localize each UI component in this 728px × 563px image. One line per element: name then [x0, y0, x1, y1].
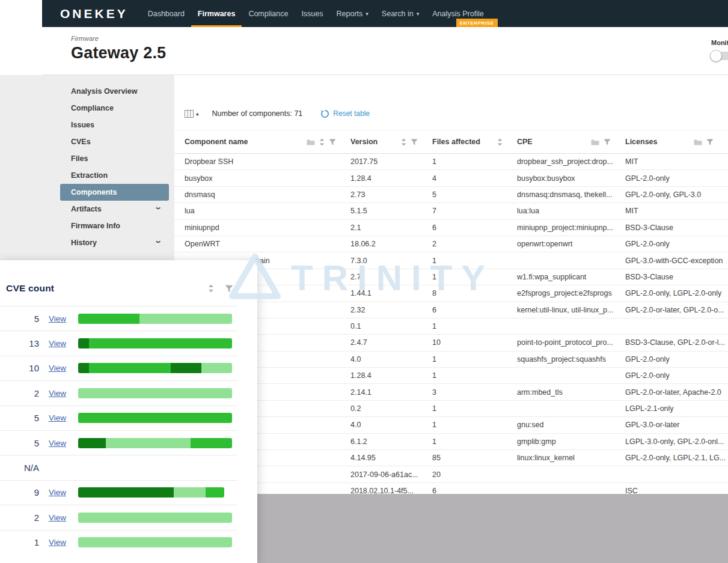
column-header-version: Version — [350, 138, 432, 146]
nav-item-compliance[interactable]: Compliance — [242, 0, 295, 27]
table-row[interactable]: busybox1.28.44busybox:busyboxGPL-2.0-onl… — [174, 170, 728, 186]
cve-view-link[interactable]: View — [49, 513, 70, 522]
filter-icon[interactable] — [604, 139, 611, 145]
filter-icon[interactable] — [329, 139, 336, 145]
cell-component-name: miniupnpd — [185, 224, 350, 232]
sort-icon[interactable] — [319, 138, 325, 146]
table-row[interactable]: 0.11 — [174, 318, 728, 335]
filter-icon[interactable] — [706, 139, 714, 145]
sidebar-item-artifacts[interactable]: Artifacts⌄ — [42, 201, 174, 218]
cve-view-link[interactable]: View — [49, 488, 70, 497]
column-settings-button[interactable]: ▴ — [185, 110, 199, 118]
reset-table-button[interactable]: Reset table — [320, 109, 370, 118]
cve-view-link[interactable]: View — [49, 439, 70, 448]
table-row[interactable]: dnsmasq2.735dnsmasq:dnsmasq, thekell...G… — [174, 187, 728, 203]
nav-item-firmwares[interactable]: Firmwares — [191, 0, 242, 27]
nav-item-analysis-profile[interactable]: Analysis ProfileENTERPRISE — [426, 0, 490, 27]
folder-icon[interactable] — [694, 139, 702, 145]
cell-cpe: w1.fi:wpa_supplicant — [517, 273, 625, 281]
cve-bar-track — [78, 413, 232, 423]
sidebar-item-firmware-info[interactable]: Firmware Info — [42, 218, 174, 234]
table-row[interactable]: Dropbear SSH2017.751dropbear_ssh_project… — [174, 154, 728, 170]
table-row[interactable]: 4.01squashfs_project:squashfsGPL-2.0-onl… — [174, 351, 728, 368]
table-toolbar: ▴ Number of components: 71 Reset table — [185, 107, 728, 120]
chevron-down-icon[interactable]: ⌄ — [154, 237, 162, 245]
cve-count-value: 9 — [6, 487, 39, 498]
sidebar-item-cves[interactable]: CVEs — [42, 133, 174, 150]
cell-cpe: busybox:busybox — [517, 174, 625, 183]
cve-count-value: 1 — [6, 537, 39, 547]
cell-cpe: miniupnp_project:miniupnp... — [517, 224, 625, 232]
table-row[interactable]: hain7.3.01GPL-3.0-with-GCC-exception — [174, 252, 728, 269]
chevron-down-icon[interactable]: ⌄ — [154, 203, 162, 211]
nav-item-issues[interactable]: Issues — [295, 0, 329, 27]
cell-cpe: point-to-point_protocol_pro... — [517, 338, 625, 347]
table-row[interactable]: 6.1.21gmplib:gmpLGPL-3.0-only, GPL-2.0-o… — [174, 434, 728, 450]
table-row[interactable]: 1.44.18e2fsprogs_project:e2fsprogsGPL-2.… — [174, 285, 728, 302]
table-row[interactable]: 0.21LGPL-2.1-only — [174, 401, 728, 417]
cve-view-link[interactable]: View — [49, 538, 70, 547]
sidebar-item-label: Files — [71, 154, 88, 163]
table-row[interactable]: miniupnpd2.16miniupnp_project:miniupnp..… — [174, 220, 728, 236]
cve-count-value: 5 — [6, 413, 39, 423]
table-row[interactable]: 4.01gnu:sedGPL-3.0-or-later — [174, 417, 728, 433]
nav-item-label: Reports — [337, 10, 363, 18]
cell-version: 2.32 — [350, 306, 432, 314]
sort-icon[interactable] — [497, 138, 503, 146]
cve-bar-segment — [78, 438, 106, 448]
cell-licenses: LGPL-3.0-only, GPL-2.0-onl... — [625, 437, 728, 446]
table-row[interactable]: 2.14.13arm:mbed_tlsGPL-2.0-or-later, Apa… — [174, 384, 728, 400]
cve-bar-segment — [139, 314, 232, 324]
sort-icon[interactable] — [401, 138, 406, 146]
cell-licenses: GPL-2.0-only, LGPL-2.1, LG... — [625, 454, 728, 462]
cve-view-link[interactable]: View — [49, 364, 70, 373]
sidebar-item-issues[interactable]: Issues — [42, 117, 174, 133]
folder-icon[interactable] — [591, 139, 599, 145]
cve-count-panel: CVE count 5View13View10View2View5View5Vi… — [0, 260, 257, 563]
cve-view-link[interactable]: View — [49, 339, 70, 348]
sidebar-item-compliance[interactable]: Compliance — [42, 100, 174, 117]
cve-view-link[interactable]: View — [49, 413, 70, 422]
sidebar-item-analysis-overview[interactable]: Analysis Overview — [42, 83, 174, 100]
table-row[interactable]: 1.28.41GPL-2.0-only — [174, 368, 728, 384]
cve-bar-segment — [191, 438, 232, 448]
cve-bar-segment — [78, 338, 89, 348]
table-row[interactable]: 2.326kernel:util-linux, util-linux_p...G… — [174, 302, 728, 318]
sidebar-item-label: Analysis Overview — [71, 87, 137, 96]
cve-view-link[interactable]: View — [49, 389, 70, 398]
sidebar-item-history[interactable]: History⌄ — [42, 234, 174, 251]
nav-item-label: Compliance — [248, 10, 288, 18]
folder-icon[interactable] — [307, 139, 315, 145]
sidebar-item-components[interactable]: Components — [60, 184, 169, 201]
filter-icon[interactable] — [225, 285, 233, 293]
table-row[interactable]: 2.71w1.fi:wpa_supplicantBSD-3-Clause — [174, 269, 728, 285]
onekey-logo[interactable]: ONEKEY — [60, 7, 128, 21]
nav-item-reports[interactable]: Reports▾ — [330, 0, 375, 27]
sidebar-item-extraction[interactable]: Extraction — [42, 167, 174, 184]
nav-item-dashboard[interactable]: Dashboard — [141, 0, 191, 27]
sort-icon[interactable] — [208, 284, 214, 293]
cell-cpe: linux:linux_kernel — [517, 454, 625, 462]
cve-view-link[interactable]: View — [49, 314, 70, 323]
sidebar-item-label: Artifacts — [71, 205, 102, 213]
firmware-header: Firmware Gateway 2.5 Monitoring — [42, 27, 728, 75]
cve-row: 13View — [0, 330, 237, 355]
table-row[interactable]: OpenWRT18.06.22openwrt:openwrtGPL-2.0-on… — [174, 236, 728, 252]
filter-icon[interactable] — [411, 139, 418, 145]
cell-files-affected: 4 — [432, 174, 517, 183]
cve-row: 2View — [0, 505, 237, 529]
monitoring-toggle[interactable] — [711, 52, 728, 60]
table-row[interactable]: 2017-09-06-a61ac...20 — [174, 466, 728, 482]
cell-cpe: e2fsprogs_project:e2fsprogs — [517, 289, 625, 297]
sidebar-item-files[interactable]: Files — [42, 150, 174, 167]
cve-bar-track — [78, 363, 232, 373]
cell-files-affected: 1 — [432, 273, 517, 281]
cell-cpe: gmplib:gmp — [517, 437, 625, 446]
cell-cpe: dnsmasq:dnsmasq, thekell... — [517, 190, 625, 199]
table-row[interactable]: 2.4.710point-to-point_protocol_pro...BSD… — [174, 335, 728, 351]
table-row[interactable]: 4.14.9585linux:linux_kernelGPL-2.0-only,… — [174, 450, 728, 466]
table-header: Component nameVersionFiles affectedCPELi… — [174, 130, 728, 154]
monitoring-control: Monitoring — [711, 39, 728, 60]
nav-item-search-in[interactable]: Search in▾ — [375, 0, 426, 27]
table-row[interactable]: lua5.1.57lua:luaMIT — [174, 203, 728, 219]
